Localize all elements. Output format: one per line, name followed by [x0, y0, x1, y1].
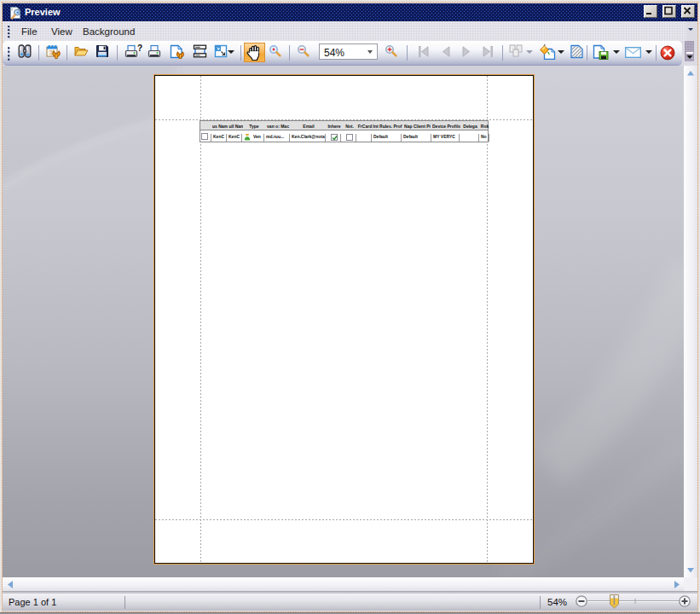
svg-text:?: ?	[137, 44, 142, 53]
